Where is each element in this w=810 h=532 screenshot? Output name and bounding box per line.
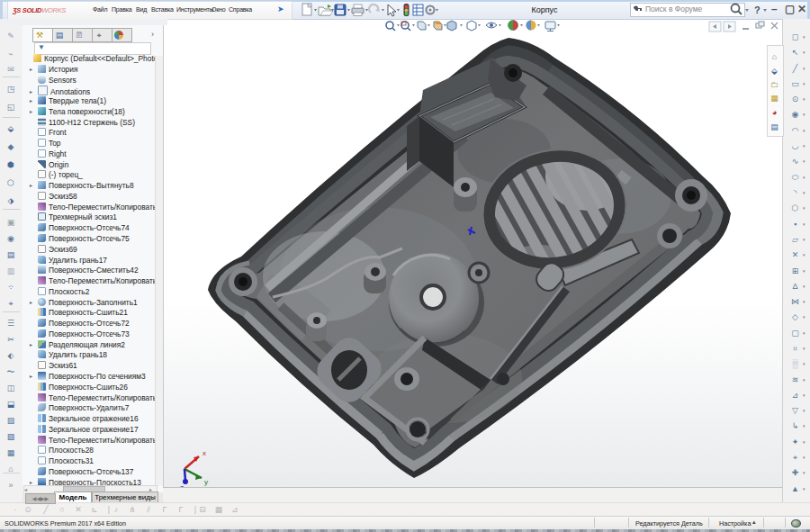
svg-text:?: ? xyxy=(754,5,760,15)
svg-text:x: x xyxy=(202,449,206,457)
svg-text:y: y xyxy=(204,478,208,486)
